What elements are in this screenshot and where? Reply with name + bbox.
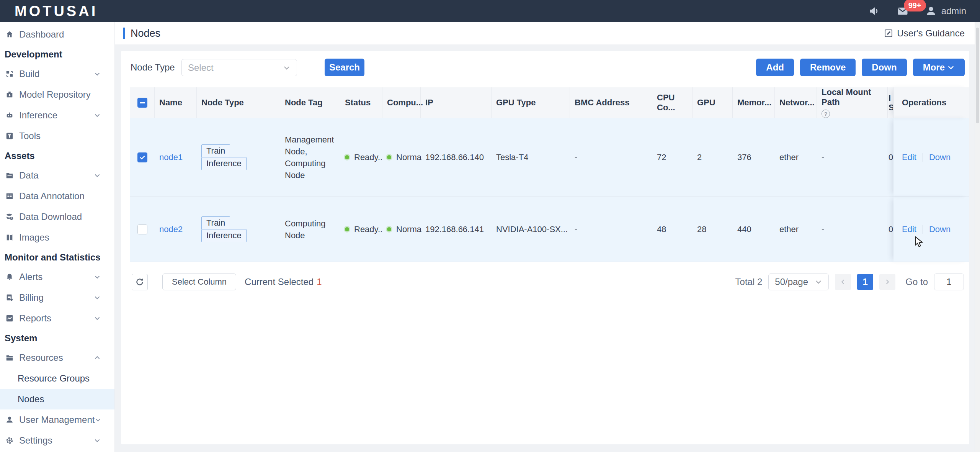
billing-icon xyxy=(5,293,14,302)
sidebar-item-data[interactable]: Data xyxy=(0,165,114,186)
sidebar-item-user-management[interactable]: User Management xyxy=(0,409,114,430)
user-menu[interactable]: admin xyxy=(925,5,966,17)
node-type-tags: Train Inference xyxy=(201,144,247,170)
prev-page-button[interactable] xyxy=(835,274,851,290)
selected-count: 1 xyxy=(317,277,322,287)
tag-train: Train xyxy=(201,216,230,229)
col-ip: IP xyxy=(421,87,492,118)
tag-inference: Inference xyxy=(201,229,247,242)
sidebar-item-data-annotation[interactable]: Data Annotation xyxy=(0,186,114,206)
col-operations: Operations xyxy=(893,87,969,118)
sidebar-item-model-repository[interactable]: Model Repository xyxy=(0,84,114,105)
sidebar-item-images[interactable]: Images xyxy=(0,227,114,248)
mouse-cursor xyxy=(914,236,925,249)
goto-page-input[interactable] xyxy=(934,273,964,290)
chevron-down-icon xyxy=(94,70,101,77)
add-button[interactable]: Add xyxy=(756,59,794,76)
row-checkbox[interactable] xyxy=(137,224,147,234)
node-type-select[interactable]: Select xyxy=(181,59,297,76)
row-checkbox[interactable] xyxy=(137,152,147,162)
notification-badge: 99+ xyxy=(904,0,926,11)
col-clipped: IS xyxy=(888,87,893,118)
user-icon xyxy=(5,416,14,424)
sidebar-item-settings[interactable]: Settings xyxy=(0,430,114,451)
sidebar-section-system: System xyxy=(0,329,114,347)
chevron-left-icon xyxy=(840,278,846,285)
gear-icon xyxy=(5,436,14,445)
memory-value: 440 xyxy=(733,197,775,262)
tag-inference: Inference xyxy=(201,157,247,170)
gpu-type-value: NVIDIA-A100-SX... xyxy=(492,197,570,262)
status-dot-icon xyxy=(387,155,391,159)
gpu-count-value: 28 xyxy=(693,197,733,262)
network-value: ether xyxy=(775,197,817,262)
page-number-button[interactable]: 1 xyxy=(857,274,873,290)
users-guidance-link[interactable]: User's Guidance xyxy=(884,28,965,39)
tag-train: Train xyxy=(201,144,230,157)
status-value: Ready.. xyxy=(354,152,382,162)
sidebar-item-alerts[interactable]: Alerts xyxy=(0,267,114,287)
clipped-value: 0 xyxy=(888,118,893,197)
select-all-checkbox[interactable] xyxy=(137,98,147,108)
refresh-button[interactable] xyxy=(132,274,148,290)
sidebar-section-assets: Assets xyxy=(0,146,114,165)
col-node-type: Node Type xyxy=(197,87,280,118)
select-column-button[interactable]: Select Column xyxy=(162,273,236,290)
col-status: Status xyxy=(340,87,382,118)
down-button[interactable]: Down xyxy=(862,59,906,76)
table-row: node2 Train Inference Computing Node Rea… xyxy=(130,197,969,262)
status-dot-icon xyxy=(345,155,349,159)
sidebar-item-inference[interactable]: Inference xyxy=(0,105,114,126)
remove-button[interactable]: Remove xyxy=(800,59,856,76)
node-name-link[interactable]: node1 xyxy=(159,152,183,162)
next-page-button[interactable] xyxy=(879,274,895,290)
speaker-icon[interactable] xyxy=(869,5,880,17)
edit-link[interactable]: Edit xyxy=(902,152,916,162)
edit-link[interactable]: Edit xyxy=(902,224,916,234)
chevron-down-icon xyxy=(283,64,291,72)
inference-icon xyxy=(5,111,14,120)
sidebar-item-reports[interactable]: Reports xyxy=(0,308,114,329)
sidebar-section-monitor: Monitor and Statistics xyxy=(0,248,114,267)
check-icon xyxy=(139,154,146,161)
node-name-link[interactable]: node2 xyxy=(159,224,183,234)
top-bar: MOTUSAI 99+ admin xyxy=(0,0,980,22)
scrollbar-thumb[interactable] xyxy=(976,28,979,123)
pagination: Total 2 50/page 1 Go to xyxy=(735,273,964,290)
page-title: Nodes xyxy=(131,28,160,39)
col-name: Name xyxy=(155,87,197,118)
operations-divider xyxy=(923,225,923,234)
more-button[interactable]: More xyxy=(913,59,965,76)
local-mount-path-value: - xyxy=(817,118,888,197)
sidebar-item-dashboard[interactable]: Dashboard xyxy=(0,24,114,45)
help-icon[interactable]: ? xyxy=(822,110,830,118)
chevron-down-icon xyxy=(815,278,822,286)
node-type-tags: Train Inference xyxy=(201,216,247,242)
sidebar-item-nodes[interactable]: Nodes xyxy=(0,389,114,409)
tools-icon xyxy=(5,132,14,140)
sidebar-item-tools[interactable]: Tools xyxy=(0,126,114,146)
search-button[interactable]: Search xyxy=(325,59,364,76)
model-repository-icon xyxy=(5,90,14,99)
chevron-up-icon xyxy=(94,354,101,361)
sidebar-item-data-download[interactable]: Data Download xyxy=(0,206,114,227)
page-scrollbar[interactable] xyxy=(975,22,980,452)
computing-status-value: Norma xyxy=(396,152,421,162)
page-size-select[interactable]: 50/page xyxy=(768,273,829,290)
node-tag-value: Computing Node xyxy=(285,218,340,241)
sidebar-item-resources[interactable]: Resources xyxy=(0,347,114,368)
sidebar-item-billing[interactable]: Billing xyxy=(0,287,114,308)
down-link[interactable]: Down xyxy=(929,152,951,162)
home-icon xyxy=(5,30,14,39)
col-memory: Memor... xyxy=(733,87,775,118)
page-header: Nodes User's Guidance xyxy=(115,22,975,44)
down-link[interactable]: Down xyxy=(929,224,951,234)
table-header-row: Name Node Type Node Tag Status Compu... … xyxy=(130,87,969,118)
chevron-down-icon xyxy=(94,172,101,179)
brand-logo: MOTUSAI xyxy=(15,3,98,20)
ip-value: 192.168.66.141 xyxy=(421,197,492,262)
sidebar-item-build[interactable]: Build xyxy=(0,64,114,84)
chevron-right-icon xyxy=(884,278,891,285)
mail-icon[interactable]: 99+ xyxy=(897,5,908,17)
sidebar-item-resource-groups[interactable]: Resource Groups xyxy=(0,368,114,389)
